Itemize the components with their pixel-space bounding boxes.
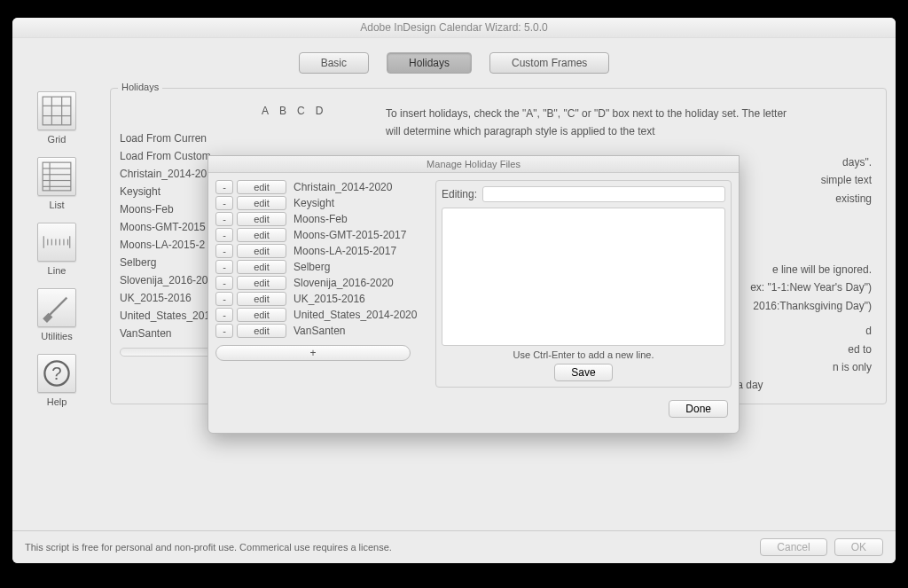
file-name-label: UK_2015-2016: [290, 293, 365, 305]
sidebar-label-list: List: [49, 200, 64, 210]
tab-bar: Basic Holidays Custom Frames: [12, 38, 896, 74]
file-row: -editKeysight: [215, 196, 428, 210]
remove-file-button[interactable]: -: [215, 308, 233, 322]
holiday-item[interactable]: Load From Curren: [120, 129, 368, 147]
edit-file-button[interactable]: edit: [237, 244, 286, 258]
file-row: -editVanSanten: [215, 324, 428, 338]
edit-file-button[interactable]: edit: [237, 212, 286, 226]
screwdriver-icon: [37, 288, 76, 327]
sidebar-item-line[interactable]: Line: [37, 223, 76, 276]
window-footer: This script is free for personal and non…: [12, 530, 896, 563]
tab-custom-frames[interactable]: Custom Frames: [489, 52, 609, 74]
svg-rect-20: [44, 314, 51, 321]
file-row: -editUnited_States_2014-2020: [215, 308, 428, 322]
remove-file-button[interactable]: -: [215, 180, 233, 194]
remove-file-button[interactable]: -: [215, 260, 233, 274]
col-a: A: [262, 105, 269, 117]
tab-holidays[interactable]: Holidays: [387, 52, 472, 74]
sidebar: Grid List Line Utilities: [12, 82, 101, 575]
main-window: Adobe InDesign Calendar Wizard: 5.0.0 Ba…: [12, 18, 896, 563]
add-file-button[interactable]: +: [215, 345, 411, 361]
sidebar-label-utilities: Utilities: [41, 331, 72, 341]
footer-text: This script is free for personal and non…: [25, 542, 392, 553]
window-title: Adobe InDesign Calendar Wizard: 5.0.0: [360, 21, 547, 34]
file-row: -editMoons-GMT-2015-2017: [215, 228, 428, 242]
abcd-header: A B C D: [120, 105, 368, 117]
col-b: B: [279, 105, 286, 117]
col-d: D: [316, 105, 324, 117]
line-icon: [37, 223, 76, 262]
edit-file-button[interactable]: edit: [237, 292, 286, 306]
sidebar-item-list[interactable]: List: [37, 157, 76, 210]
edit-file-button[interactable]: edit: [237, 260, 286, 274]
svg-text:?: ?: [51, 364, 61, 383]
editing-label: Editing:: [442, 188, 477, 200]
edit-file-button[interactable]: edit: [237, 308, 286, 322]
list-icon: [37, 157, 76, 196]
grid-icon: [37, 91, 76, 130]
file-row: -editMoons-Feb: [215, 212, 428, 226]
file-name-label: United_States_2014-2020: [290, 309, 417, 321]
tab-basic[interactable]: Basic: [299, 52, 369, 74]
file-name-label: Moons-LA-2015-2017: [290, 245, 396, 257]
sidebar-item-utilities[interactable]: Utilities: [37, 288, 76, 341]
edit-file-button[interactable]: edit: [237, 196, 286, 210]
remove-file-button[interactable]: -: [215, 276, 233, 290]
window-titlebar: Adobe InDesign Calendar Wizard: 5.0.0: [12, 18, 896, 38]
file-name-label: Keysight: [290, 197, 334, 209]
editing-input[interactable]: [482, 186, 725, 202]
remove-file-button[interactable]: -: [215, 292, 233, 306]
file-name-label: Christain_2014-2020: [290, 181, 392, 193]
sidebar-label-help: Help: [47, 396, 67, 407]
help-icon: ?: [37, 354, 76, 393]
edit-file-button[interactable]: edit: [237, 324, 286, 338]
edit-file-button[interactable]: edit: [237, 228, 286, 242]
modal-title: Manage Holiday Files: [208, 156, 739, 173]
editor-hint: Use Ctrl-Enter to add a new line.: [442, 349, 725, 360]
edit-file-button[interactable]: edit: [237, 276, 286, 290]
info-line: will determine which paragraph style is …: [386, 122, 877, 140]
svg-rect-0: [43, 97, 71, 125]
remove-file-button[interactable]: -: [215, 212, 233, 226]
remove-file-button[interactable]: -: [215, 196, 233, 210]
file-list-panel: -editChristain_2014-2020-editKeysight-ed…: [215, 180, 428, 388]
file-row: -editMoons-LA-2015-2017: [215, 244, 428, 258]
remove-file-button[interactable]: -: [215, 244, 233, 258]
file-name-label: Selberg: [290, 261, 330, 273]
ok-button[interactable]: OK: [834, 538, 883, 556]
editing-textarea[interactable]: [442, 208, 725, 346]
file-name-label: Moons-Feb: [290, 213, 348, 225]
save-button[interactable]: Save: [554, 364, 612, 381]
info-line: To insert holidays, check the "A", "B", …: [386, 105, 877, 122]
done-button[interactable]: Done: [669, 400, 728, 418]
sidebar-item-help[interactable]: ? Help: [37, 354, 76, 407]
manage-holiday-files-dialog: Manage Holiday Files -editChristain_2014…: [207, 155, 740, 434]
remove-file-button[interactable]: -: [215, 324, 233, 338]
fieldset-legend: Holidays: [118, 82, 162, 92]
file-row: -editSelberg: [215, 260, 428, 274]
cancel-button[interactable]: Cancel: [760, 538, 826, 556]
file-name-label: VanSanten: [290, 325, 346, 337]
sidebar-item-grid[interactable]: Grid: [37, 91, 76, 145]
file-name-label: Moons-GMT-2015-2017: [290, 229, 406, 241]
editor-panel: Editing: Use Ctrl-Enter to add a new lin…: [435, 180, 732, 388]
sidebar-label-line: Line: [48, 265, 67, 276]
col-c: C: [297, 105, 305, 117]
file-row: -editSlovenija_2016-2020: [215, 276, 428, 290]
sidebar-label-grid: Grid: [48, 134, 67, 145]
edit-file-button[interactable]: edit: [237, 180, 286, 194]
file-row: -editChristain_2014-2020: [215, 180, 428, 194]
file-row: -editUK_2015-2016: [215, 292, 428, 306]
remove-file-button[interactable]: -: [215, 228, 233, 242]
file-name-label: Slovenija_2016-2020: [290, 277, 394, 289]
